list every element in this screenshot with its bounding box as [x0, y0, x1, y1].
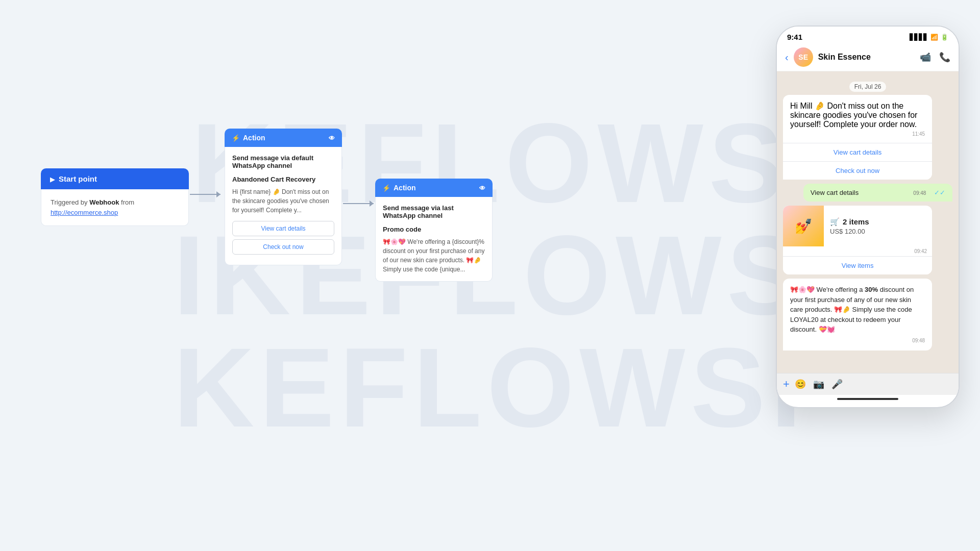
date-label: Fri, Jul 26: [783, 82, 952, 91]
view-cart-details-btn[interactable]: View cart details: [783, 143, 932, 161]
send-message-line-1: Send message via default WhatsApp channe…: [232, 154, 334, 169]
lightning-icon: [232, 134, 240, 142]
action-node-1: Action Send message via default WhatsApp…: [225, 129, 342, 265]
check-out-now-btn[interactable]: Check out now: [783, 161, 932, 180]
start-node: Start point Triggered by Webhook from ht…: [41, 168, 189, 226]
phone-mockup: 9:41 ▋▋▋▋ 📶 🔋 ‹ SE Skin Essence 📹 📞 Fri,…: [776, 26, 960, 408]
battery-icon: 🔋: [941, 34, 948, 41]
outgoing-bubble: View cart details 09:48 ✓✓: [803, 184, 952, 202]
chat-header: ‹ SE Skin Essence 📹 📞: [777, 43, 959, 71]
phone-call-icon[interactable]: 📞: [939, 52, 950, 63]
back-button[interactable]: ‹: [785, 52, 789, 63]
check-icon: ✓✓: [934, 189, 945, 196]
action-node-2-label: Action: [394, 184, 416, 192]
action-header-left-2: Action: [382, 184, 416, 192]
promo-time: 09:48: [790, 337, 925, 344]
checkout-btn-1[interactable]: Check out now: [232, 239, 334, 255]
send-message-line-2: Send message via last WhatsApp channel: [383, 204, 485, 219]
wifi-icon: 📶: [930, 34, 938, 41]
home-indicator: [777, 395, 959, 405]
status-bar: 9:41 ▋▋▋▋ 📶 🔋: [777, 27, 959, 43]
eye-icon-1[interactable]: [329, 134, 335, 142]
promo-bubble: 🎀🌸💖 We're offering a 30% discount on you…: [783, 279, 932, 350]
play-icon: [50, 174, 55, 183]
action-node-1-body: Send message via default WhatsApp channe…: [225, 147, 342, 265]
card-body-1: Hi {first name} 🤌 Don't miss out on the …: [232, 187, 334, 215]
start-node-header: Start point: [41, 168, 189, 189]
start-node-body: Triggered by Webhook from http://ecommer…: [41, 189, 189, 226]
action-node-1-label: Action: [243, 134, 265, 142]
contact-name: Skin Essence: [818, 53, 915, 62]
home-bar: [837, 398, 898, 400]
chat-body[interactable]: Fri, Jul 26 Hi Mill 🤌 Don't miss out on …: [777, 71, 959, 373]
cart-bubble: 💅 🛒 2 items US$ 120.00 09:42 View items: [783, 206, 932, 274]
first-message-bubble: Hi Mill 🤌 Don't miss out on the skincare…: [783, 95, 932, 180]
chat-header-icons: 📹 📞: [920, 52, 950, 63]
outgoing-time: 09:48: [913, 190, 926, 196]
action-node-2-body: Send message via last WhatsApp channel P…: [375, 197, 493, 282]
arrow-2: [343, 203, 374, 204]
promo-card-title: Promo code: [383, 226, 485, 233]
clock: 9:41: [787, 33, 802, 41]
cart-time: 09:42: [914, 248, 927, 254]
cart-header: 💅 🛒 2 items US$ 120.00: [783, 206, 932, 246]
action-header-left: Action: [232, 134, 265, 142]
video-call-icon[interactable]: 📹: [920, 52, 931, 63]
msg1-time: 11:45: [790, 131, 925, 137]
cart-items-count: 🛒 2 items: [830, 217, 869, 227]
add-attachment-button[interactable]: +: [783, 378, 790, 391]
ecommerce-url[interactable]: http://ecommerce.shop: [51, 209, 118, 216]
action-node-2-header: Action: [375, 179, 493, 197]
eye-icon-2[interactable]: [479, 184, 485, 192]
flow-canvas: Start point Triggered by Webhook from ht…: [0, 0, 980, 551]
promo-card-body: 🎀🌸💖 We're offering a {discount}% discoun…: [383, 237, 485, 274]
signal-icon: ▋▋▋▋: [910, 34, 928, 41]
sticker-icon[interactable]: 😊: [795, 379, 806, 390]
view-cart-btn-1[interactable]: View cart details: [232, 221, 334, 236]
start-node-label: Start point: [59, 174, 97, 183]
avatar: SE: [794, 47, 813, 67]
trigger-text: Triggered by Webhook from: [51, 198, 134, 206]
chat-input-bar: + 😊 📷 🎤: [777, 373, 959, 395]
card-title-1: Abandoned Cart Recovery: [232, 176, 334, 183]
view-items-btn[interactable]: View items: [783, 256, 932, 274]
action-node-2: Action Send message via last WhatsApp ch…: [375, 179, 493, 282]
status-icons: ▋▋▋▋ 📶 🔋: [910, 34, 948, 41]
mic-icon[interactable]: 🎤: [831, 379, 843, 390]
first-message-text: Hi Mill 🤌 Don't miss out on the skincare…: [783, 95, 932, 143]
cart-price: US$ 120.00: [830, 228, 869, 235]
arrow-1: [190, 194, 220, 195]
chat-input-icons: 😊 📷 🎤: [795, 379, 843, 390]
lightning-icon-2: [382, 184, 390, 192]
camera-icon[interactable]: 📷: [813, 379, 824, 390]
cart-time-row: 09:42: [783, 246, 932, 256]
action-node-1-header: Action: [225, 129, 342, 147]
cart-info: 🛒 2 items US$ 120.00: [824, 206, 875, 246]
cart-image: 💅: [783, 206, 824, 246]
